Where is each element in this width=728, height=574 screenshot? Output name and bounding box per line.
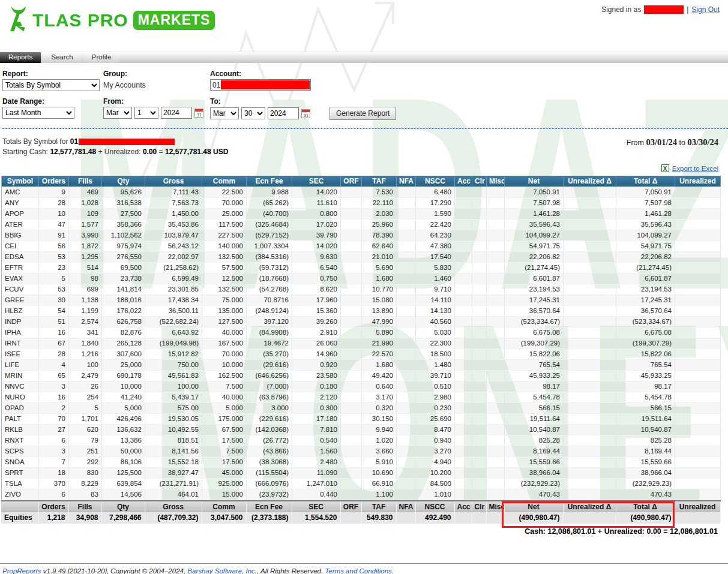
total-misc	[486, 512, 504, 524]
account-input[interactable]: 01	[210, 79, 311, 91]
report-label: Report:	[2, 70, 103, 79]
cell-orf	[341, 359, 362, 370]
column-header-symbol	[1, 501, 38, 512]
to-month-select[interactable]: Mar	[210, 107, 239, 119]
cell-unrealized-delta	[564, 208, 616, 219]
table-row: NNVC32610,000100.007.500(7.000)0.1800.64…	[2, 381, 721, 392]
cell-comm: 162.500	[202, 370, 247, 381]
from-calendar-icon[interactable]: 31	[194, 109, 203, 118]
cell-sec: 0.750	[292, 273, 341, 284]
report-select[interactable]: Totals By Symbol	[2, 79, 100, 91]
tab-profile[interactable]: Profile	[83, 52, 120, 63]
cell-fills: 254	[69, 392, 102, 402]
from-year-input[interactable]	[161, 107, 192, 119]
redacted-account-title	[79, 139, 175, 145]
to-day-select[interactable]: 30	[241, 107, 265, 119]
cell-orf	[341, 413, 362, 424]
cell-unrealized-delta	[564, 446, 616, 456]
footer-link[interactable]: Barshay Software, Inc.	[187, 567, 257, 574]
cell-comm: 45.000	[202, 467, 247, 478]
cell-ecn-fee: (529.7152)	[247, 230, 292, 241]
cell-symbol: TSLA	[2, 478, 39, 489]
tab-search[interactable]: Search	[43, 52, 81, 63]
to-calendar-icon[interactable]: 31	[301, 109, 310, 118]
cell-gross: 818.51	[145, 435, 202, 446]
cell-comm: 7.500	[202, 381, 247, 392]
tab-reports[interactable]: Reports	[0, 52, 41, 63]
cell-orf	[341, 392, 362, 402]
total-symbol: Equities	[1, 512, 38, 524]
cell-qty: 626,758	[102, 316, 145, 327]
redacted-username	[644, 5, 684, 14]
cell-gross: 464.01	[145, 489, 202, 500]
cell-ecn-fee: (63.8796)	[247, 392, 292, 402]
cell-orf	[341, 316, 362, 327]
to-year-input[interactable]	[268, 107, 299, 119]
cell-orf	[341, 338, 362, 348]
cell-orf	[341, 230, 362, 241]
cell-sec: 26.060	[292, 338, 341, 348]
generate-report-button[interactable]: Generate Report	[329, 107, 396, 120]
cell-sec: 0.800	[292, 208, 341, 219]
cell-acc	[455, 284, 472, 294]
cell-taf: 0.640	[362, 381, 397, 392]
table-row: GREE301,138188,01617,438.3475.00070.8716…	[2, 294, 721, 305]
cell-ecn-fee: (325.4684)	[247, 219, 292, 230]
sign-out-link[interactable]: Sign Out	[691, 5, 720, 14]
cell-orf	[341, 424, 362, 435]
cell-orf	[341, 402, 362, 413]
cell-misc	[487, 273, 505, 284]
starting-cash-line: Starting Cash: 12,577,781.48 + Unrealize…	[2, 148, 228, 156]
from-month-select[interactable]: Mar	[103, 107, 132, 119]
cell-unrealized	[675, 197, 721, 208]
table-row: ZIVO68314,506464.0115.000(23.9732)0.4401…	[2, 489, 721, 500]
cell-gross: 103,979.47	[145, 230, 202, 241]
table-row: SPRT18830125,50038,927.4745.000(115.5504…	[2, 467, 721, 478]
cell-net: 23,194.53	[505, 284, 564, 294]
cell-qty: 358,366	[102, 219, 145, 230]
total-total-delta: (490,980.47)	[616, 512, 675, 524]
cell-symbol: ANY	[2, 197, 39, 208]
cell-ecn-fee: (54.2768)	[247, 284, 292, 294]
cell-fills: 514	[69, 262, 102, 273]
cell-total-delta: 35,596.43	[616, 219, 675, 230]
cell-acc	[455, 446, 472, 456]
cell-comm: 117.500	[202, 219, 247, 230]
cell-taf: 66.910	[362, 478, 397, 489]
cell-qty: 27,500	[102, 208, 145, 219]
table-row: BBIG913,9901,102,562103,979.47227.500(52…	[2, 230, 721, 241]
cell-ecn-fee: 19.4672	[247, 338, 292, 348]
cell-unrealized-delta	[564, 489, 616, 500]
table-row: OPAD255,000575.005.0003.0000.3000.3200.2…	[2, 402, 721, 413]
cell-total-delta: 1,461.28	[616, 208, 675, 219]
cell-acc	[455, 187, 472, 197]
cell-comm: 25.000	[202, 208, 247, 219]
cell-comm: 175.000	[202, 413, 247, 424]
cell-unrealized	[675, 241, 721, 251]
cell-qty: 276,550	[102, 251, 145, 262]
cell-ecn-fee: (229.616)	[247, 413, 292, 424]
cell-nfa	[397, 435, 416, 446]
cell-orf	[341, 381, 362, 392]
export-to-excel-link[interactable]: Export to Excel	[672, 165, 718, 172]
cell-net: 7,050.91	[505, 187, 564, 197]
table-row: APOP1010927,5001,450.0025.000(40.700)0.8…	[2, 208, 721, 219]
cell-comm: 925.000	[202, 478, 247, 489]
cell-comm: 75.000	[202, 294, 247, 305]
from-day-select[interactable]: 1	[134, 107, 158, 119]
cell-orders: 5	[39, 273, 69, 284]
footer-link[interactable]: PropReports	[2, 567, 41, 574]
cell-ecn-fee: (29.616)	[247, 359, 292, 370]
cell-nfa	[397, 381, 416, 392]
cell-total-delta: 45,933.25	[616, 370, 675, 381]
cell-gross: 35,453.86	[145, 219, 202, 230]
cell-ecn-fee: (23.9732)	[247, 489, 292, 500]
footer-link[interactable]: Terms and Conditions	[325, 567, 391, 574]
cell-total-delta: 19,511.64	[616, 413, 675, 424]
cell-taf: 5.910	[362, 456, 397, 467]
date-range-select[interactable]: Last Month	[2, 107, 74, 119]
cell-net: 36,570.64	[505, 305, 564, 316]
cell-sec: 14.020	[292, 241, 341, 251]
cell-gross: 56,243.12	[145, 241, 202, 251]
cell-acc	[455, 478, 472, 489]
